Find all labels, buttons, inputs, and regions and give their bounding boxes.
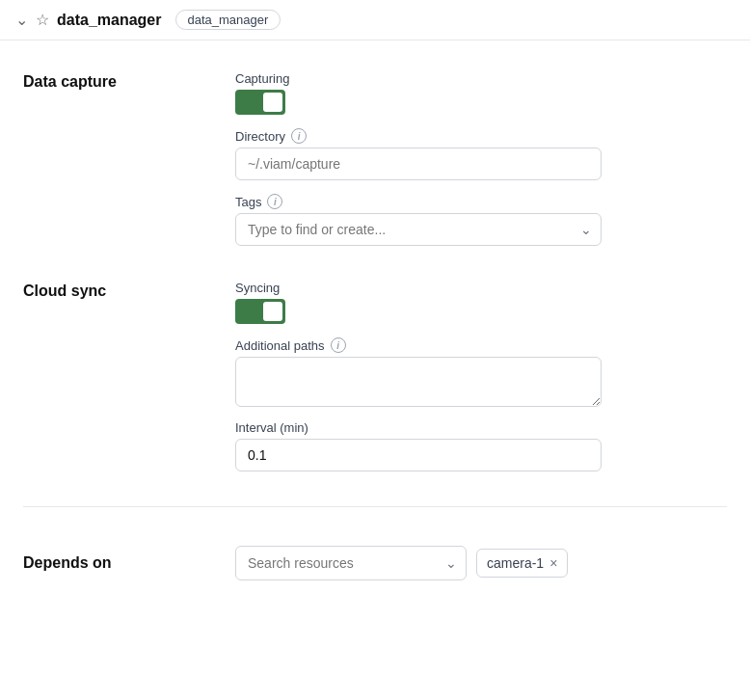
resource-tag-camera1: camera-1 ×	[476, 549, 568, 578]
additional-paths-label: Additional paths i	[235, 337, 727, 353]
data-capture-content: Capturing Directory i Tags	[235, 71, 727, 246]
directory-field: Directory i	[235, 128, 727, 180]
toggle-knob	[263, 93, 282, 112]
syncing-toggle[interactable]	[235, 299, 285, 324]
directory-info-icon[interactable]: i	[291, 128, 307, 144]
interval-label: Interval (min)	[235, 420, 727, 435]
search-resources-wrap: ⌄	[235, 546, 467, 580]
additional-paths-input[interactable]	[235, 357, 602, 407]
capturing-toggle[interactable]	[235, 90, 285, 115]
cloud-sync-content: Syncing Additional paths i I	[235, 281, 727, 471]
depends-on-section: Depends on ⌄ camera-1 ×	[23, 538, 727, 580]
data-capture-label: Data capture	[23, 71, 235, 91]
syncing-toggle-wrap	[235, 299, 727, 324]
data-capture-section: Data capture Capturing Directory i	[23, 71, 727, 246]
resource-tag-close-icon[interactable]: ×	[549, 556, 557, 570]
depends-on-label: Depends on	[23, 554, 235, 572]
search-resources-input[interactable]	[235, 546, 467, 580]
tags-info-icon[interactable]: i	[267, 194, 282, 209]
main-content: Data capture Capturing Directory i	[0, 40, 750, 611]
tags-select-wrap: ⌄	[235, 213, 602, 246]
syncing-field: Syncing	[235, 281, 727, 324]
additional-paths-field: Additional paths i	[235, 337, 727, 407]
chevron-down-icon[interactable]: ⌄	[15, 11, 28, 29]
directory-label: Directory i	[235, 128, 727, 144]
additional-paths-info-icon[interactable]: i	[331, 337, 346, 353]
section-divider	[23, 506, 727, 507]
depends-on-content: ⌄ camera-1 ×	[235, 546, 568, 580]
header-badge[interactable]: data_manager	[175, 10, 281, 30]
page-title: data_manager	[57, 12, 162, 29]
interval-field: Interval (min)	[235, 420, 727, 471]
syncing-label: Syncing	[235, 281, 727, 295]
toggle-knob-sync	[263, 302, 282, 321]
cloud-sync-label: Cloud sync	[23, 281, 235, 300]
header: ⌄ ☆ data_manager data_manager	[0, 0, 750, 40]
directory-input[interactable]	[235, 148, 602, 180]
cloud-sync-section: Cloud sync Syncing Additional paths i	[23, 281, 727, 471]
star-icon[interactable]: ☆	[36, 11, 49, 29]
tags-field: Tags i ⌄	[235, 194, 727, 246]
resource-tag-label: camera-1	[487, 555, 544, 571]
capturing-label: Capturing	[235, 71, 727, 86]
tags-input[interactable]	[235, 213, 602, 246]
interval-input[interactable]	[235, 439, 602, 471]
capturing-toggle-wrap	[235, 90, 727, 115]
capturing-field: Capturing	[235, 71, 727, 115]
tags-label: Tags i	[235, 194, 727, 209]
